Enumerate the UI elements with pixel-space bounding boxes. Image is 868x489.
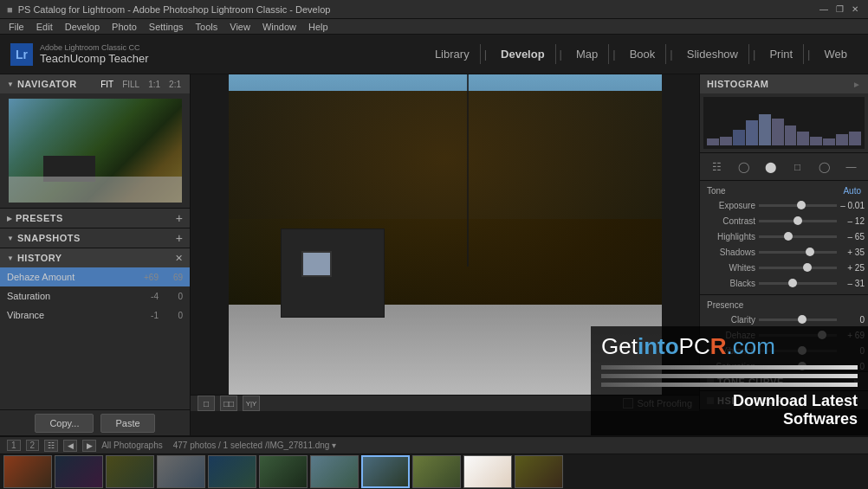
photo-house-window: [301, 251, 332, 277]
film-thumb-5[interactable]: [259, 455, 308, 488]
slider-thumb-contrast[interactable]: [794, 216, 802, 225]
maximize-button[interactable]: ❐: [833, 3, 845, 16]
view-mode-button[interactable]: □□: [220, 396, 237, 411]
slider-thumb-exposure[interactable]: [797, 201, 806, 209]
menu-file[interactable]: File: [3, 19, 29, 35]
history-item-0[interactable]: Dehaze Amount +69 69: [0, 267, 190, 286]
tool-grad[interactable]: ◯: [816, 158, 833, 176]
tool-redeye[interactable]: □: [789, 158, 806, 176]
tool-grid[interactable]: ☷: [709, 158, 726, 176]
snapshots-header[interactable]: ▼ Snapshots +: [0, 228, 190, 248]
history-clear-button[interactable]: ✕: [175, 253, 183, 264]
film-thumb-10[interactable]: [515, 455, 563, 488]
copy-button[interactable]: Copy...: [35, 414, 94, 433]
nav-size-fit[interactable]: FIT: [99, 80, 115, 89]
title-bar-left: ■ PS Catalog for Lightroom - Adobe Photo…: [7, 4, 330, 15]
tab-web[interactable]: Web: [814, 44, 858, 64]
navigator-preview[interactable]: [9, 99, 182, 203]
film-thumb-1[interactable]: [55, 455, 103, 488]
slider-track-blacks[interactable]: [759, 282, 837, 285]
tone-auto-button[interactable]: Auto: [843, 186, 861, 196]
nav-size-1-1[interactable]: 1:1: [146, 80, 162, 89]
grid-view-btn[interactable]: ☷: [44, 440, 58, 452]
film-thumb-4[interactable]: [208, 455, 256, 488]
history-item-1[interactable]: Saturation -4 0: [0, 286, 190, 306]
paste-button[interactable]: Paste: [100, 414, 154, 433]
nav-divider-3: |: [611, 48, 617, 61]
menu-settings[interactable]: Settings: [144, 19, 189, 35]
crop-tool-button[interactable]: □: [198, 396, 215, 411]
next-btn[interactable]: ▶: [82, 440, 96, 452]
slider-track-exposure[interactable]: [759, 204, 837, 207]
tool-spot[interactable]: ⬤: [762, 158, 780, 176]
tool-crop[interactable]: ◯: [735, 158, 753, 176]
presets-add-button[interactable]: +: [176, 211, 183, 225]
title-bar: ■ PS Catalog for Lightroom - Adobe Photo…: [0, 0, 868, 19]
minimize-button[interactable]: —: [818, 3, 830, 16]
snapshots-title: Snapshots: [17, 233, 81, 243]
slider-track-highlights[interactable]: [759, 235, 837, 238]
hist-bar-7: [797, 132, 809, 145]
slider-value-whites: + 25: [840, 263, 865, 273]
slider-thumb-blacks[interactable]: [788, 279, 797, 287]
film-thumb-2[interactable]: [106, 455, 154, 488]
prev-btn[interactable]: ◀: [63, 440, 77, 452]
page-1-btn[interactable]: 1: [7, 440, 21, 451]
tab-map[interactable]: Map: [566, 44, 609, 64]
menu-view[interactable]: View: [224, 19, 256, 35]
history-section: ▼ History ✕ Dehaze Amount +69 69 Saturat…: [0, 248, 190, 409]
slider-track-shadows[interactable]: [759, 251, 837, 254]
slider-thumb-clarity[interactable]: [798, 315, 806, 324]
slider-label-highlights: Highlights: [703, 232, 755, 241]
slider-thumb-highlights[interactable]: [784, 232, 793, 241]
nav-size-fill[interactable]: FILL: [120, 80, 141, 89]
page-2-btn[interactable]: 2: [26, 440, 40, 451]
tab-slideshow[interactable]: Slideshow: [677, 44, 749, 64]
menu-edit[interactable]: Edit: [31, 19, 58, 35]
slider-thumb-shadows[interactable]: [806, 248, 814, 256]
presets-header-left: ▶ Presets: [7, 213, 63, 223]
history-item-2[interactable]: Vibrance -1 0: [0, 306, 190, 325]
watermark-logo: GetintoPCR.com: [601, 333, 858, 360]
tab-print[interactable]: Print: [759, 44, 804, 64]
nav-size-2-1[interactable]: 2:1: [167, 80, 183, 89]
film-thumb-9[interactable]: [463, 455, 512, 488]
tone-group-label: Tone: [707, 186, 726, 196]
menu-help[interactable]: Help: [303, 19, 334, 35]
menu-develop[interactable]: Develop: [60, 19, 105, 35]
history-item-val2-1: 0: [165, 292, 183, 301]
slider-track-contrast[interactable]: [759, 220, 837, 222]
snapshots-add-button[interactable]: +: [176, 231, 183, 245]
slider-value-exposure: – 0.01: [840, 201, 865, 210]
menu-window[interactable]: Window: [257, 19, 301, 35]
nav-divider-6: |: [806, 48, 812, 61]
tab-book[interactable]: Book: [619, 44, 667, 64]
watermark-get: Get: [601, 333, 638, 359]
histogram-header[interactable]: Histogram ►: [700, 74, 868, 93]
film-thumb-0[interactable]: [3, 455, 52, 488]
slider-thumb-whites[interactable]: [803, 263, 812, 272]
film-thumb-3[interactable]: [157, 455, 205, 488]
slider-track-clarity[interactable]: [759, 318, 837, 321]
tool-brush[interactable]: —: [843, 158, 860, 176]
slider-track-whites[interactable]: [759, 267, 837, 269]
menu-photo[interactable]: Photo: [107, 19, 142, 35]
arrow-line-3: [601, 383, 858, 387]
navigator-header[interactable]: ▼ Navigator FIT FILL 1:1 2:1: [0, 74, 190, 93]
presets-header[interactable]: ▶ Presets +: [0, 209, 190, 228]
close-button[interactable]: ✕: [849, 3, 861, 16]
nav-ground: [9, 177, 182, 203]
yx-button[interactable]: Y|Y: [243, 396, 260, 411]
source-label[interactable]: All Photographs: [101, 441, 163, 450]
slider-row-exposure: Exposure – 0.01: [700, 197, 868, 213]
film-thumb-7[interactable]: [361, 455, 410, 488]
film-thumb-6[interactable]: [310, 455, 359, 488]
history-header-left: ▼ History: [7, 253, 62, 263]
menu-tools[interactable]: Tools: [191, 19, 223, 35]
tab-library[interactable]: Library: [424, 44, 481, 64]
arrow-line-1: [601, 365, 858, 370]
tab-develop[interactable]: Develop: [490, 44, 556, 64]
film-thumb-8[interactable]: [412, 455, 461, 488]
history-header[interactable]: ▼ History ✕: [0, 248, 190, 267]
watermark-tagline: Download Latest Softwares: [601, 392, 858, 428]
